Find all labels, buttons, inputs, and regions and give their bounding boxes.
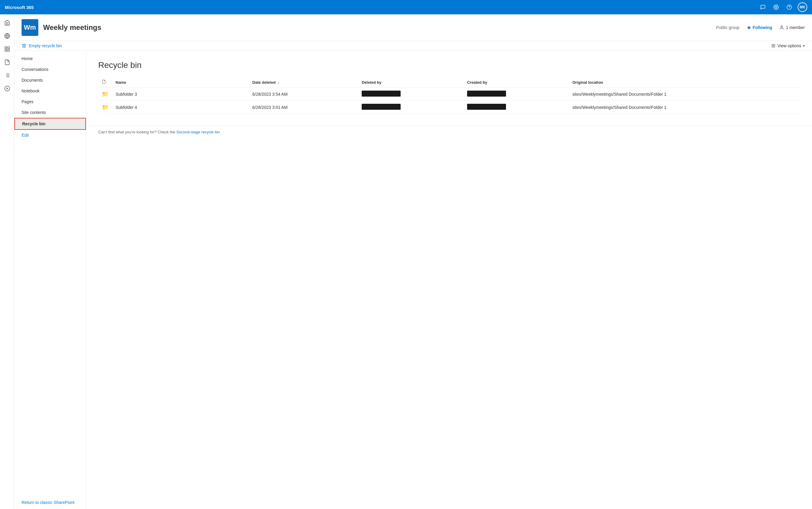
main-content: Recycle bin Name [86,51,812,509]
site-header: Wm Weekly meetings Public group ★ Follow… [14,14,812,41]
sidebar-item-notebook[interactable]: Notebook [14,86,86,96]
top-bar-icons: MK [758,2,807,12]
row2-deleted-by [358,101,464,114]
nav-add-icon[interactable] [1,82,13,95]
person-icon [779,25,784,30]
nav-home-icon[interactable] [1,17,13,29]
redacted-deleted-by-2 [362,104,401,110]
bottom-text: Can't find what you're looking for? Chec… [98,130,176,134]
feedback-icon[interactable] [758,2,768,12]
row2-icon-cell: 📁 [98,101,112,114]
row1-name: Subfolder 3 [112,88,249,101]
col-header-icon [98,77,112,88]
row2-created-by [464,101,569,114]
svg-point-0 [776,7,777,8]
file-header-icon [102,79,106,84]
row2-name: Subfolder 4 [112,101,249,114]
edit-nav-link[interactable]: Edit [14,130,86,141]
sidebar-item-recycle-bin[interactable]: Recycle bin [14,118,86,130]
action-bar: Empty recycle bin View options ▾ [14,41,812,51]
site-header-right: Public group ★ Following 1 member [716,25,805,31]
svg-rect-5 [5,47,7,49]
col-header-original-location[interactable]: Original location [569,77,800,88]
col-header-name[interactable]: Name [112,77,249,88]
nav-document-icon[interactable] [1,56,13,68]
empty-recycle-button[interactable]: Empty recycle bin [22,43,62,48]
recycle-table: Name Date deleted ↓ Deleted by Created b… [98,77,800,114]
public-group-label: Public group [716,25,740,30]
main-layout: Wm Weekly meetings Public group ★ Follow… [14,14,812,509]
row1-icon-cell: 📁 [98,88,112,101]
left-icon-bar [0,14,14,509]
top-bar: Microsoft 365 MK [0,0,812,14]
col-header-created-by[interactable]: Created by [464,77,569,88]
row2-date-deleted: 6/28/2023 3:01 AM [249,101,358,114]
row1-created-by [464,88,569,101]
table-row[interactable]: 📁 Subfolder 4 6/28/2023 3:01 AM sites/We… [98,101,800,114]
redacted-created-by-2 [467,104,506,110]
nav-list-icon[interactable] [1,69,13,81]
folder-icon: 📁 [102,104,108,110]
user-avatar[interactable]: MK [798,2,807,12]
left-nav: Home Conversations Documents Notebook Pa… [14,51,86,509]
following-button[interactable]: ★ Following [747,25,772,31]
second-stage-recycle-link[interactable]: Second-stage recycle bin [176,130,220,134]
help-icon[interactable] [784,2,794,12]
member-count: 1 member [779,25,805,30]
chevron-down-icon: ▾ [803,44,805,48]
col-header-deleted-by[interactable]: Deleted by [358,77,464,88]
site-title: Weekly meetings [43,23,101,32]
svg-point-18 [781,26,782,27]
view-options-button[interactable]: View options ▾ [771,43,805,48]
svg-rect-6 [7,47,9,49]
row1-original-location: sites/Weeklymeetings/Shared Documents/Fo… [569,88,800,101]
sort-arrow-icon: ↓ [278,81,280,84]
row1-deleted-by [358,88,464,101]
view-lines-icon [771,43,776,48]
bottom-bar: Can't find what you're looking for? Chec… [86,126,812,138]
redacted-deleted-by-1 [362,91,401,97]
sidebar-item-home[interactable]: Home [14,53,86,64]
left-nav-bottom: Return to classic SharePoint [14,495,86,509]
table-row[interactable]: 📁 Subfolder 3 6/28/2023 3:54 AM sites/We… [98,88,800,101]
table-header-row: Name Date deleted ↓ Deleted by Created b… [98,77,800,88]
col-header-date-deleted[interactable]: Date deleted ↓ [249,77,358,88]
site-icon: Wm [22,19,38,36]
content-area: Home Conversations Documents Notebook Pa… [14,51,812,509]
sidebar-item-site-contents[interactable]: Site contents [14,107,86,118]
sidebar-item-pages[interactable]: Pages [14,96,86,107]
recycle-icon [22,43,26,48]
return-classic-link[interactable]: Return to classic SharePoint [22,500,74,505]
row2-original-location: sites/Weeklymeetings/Shared Documents/Fo… [569,101,800,114]
sidebar-item-documents[interactable]: Documents [14,75,86,86]
star-icon: ★ [747,25,751,31]
sidebar-item-conversations[interactable]: Conversations [14,64,86,75]
page-title: Recycle bin [98,60,800,70]
folder-icon: 📁 [102,91,108,97]
row1-date-deleted: 6/28/2023 3:54 AM [249,88,358,101]
redacted-created-by-1 [467,91,506,97]
svg-rect-7 [5,49,7,52]
settings-icon[interactable] [771,2,781,12]
app-title: Microsoft 365 [5,5,34,10]
svg-rect-8 [7,49,9,52]
nav-grid-icon[interactable] [1,43,13,55]
nav-globe-icon[interactable] [1,30,13,42]
